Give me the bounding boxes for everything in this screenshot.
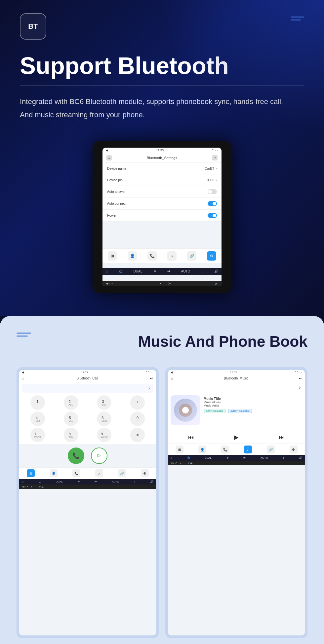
- left-screen: ◀ 17:53 ⌃⌃ ▭ ⌂ Bluetooth_Call ↩ ✕ 1—: [17, 367, 159, 638]
- dialpad-key-9[interactable]: 9WXYZ: [97, 428, 111, 442]
- music-artist: Music Artist: [204, 404, 302, 407]
- right-ac-bar: ◀ 0 ↗ —●—— ⟨ 0 🔈: [168, 461, 305, 465]
- right-nav-person[interactable]: 👤: [198, 446, 206, 453]
- ctrl-auto[interactable]: AUTO: [181, 269, 190, 273]
- right-nav-grid[interactable]: ⊞: [176, 446, 183, 453]
- settings-item-auto-connect[interactable]: Auto connect: [102, 198, 222, 210]
- ctrl-dual[interactable]: DUAL: [134, 269, 142, 273]
- music-note-icon[interactable]: ♪: [297, 383, 302, 391]
- two-screens-container: ◀ 17:53 ⌃⌃ ▭ ⌂ Bluetooth_Call ↩ ✕ 1—: [17, 367, 307, 638]
- redial-button[interactable]: Re: [91, 447, 107, 464]
- ctrl-arrows[interactable]: ↕: [201, 269, 203, 273]
- right-home-icon[interactable]: ⌂: [171, 376, 173, 380]
- left-ctrl-arrows[interactable]: ↕: [134, 480, 135, 483]
- right-ctrl-sync[interactable]: ⇄: [243, 456, 246, 459]
- left-nav-grid[interactable]: ⊞: [27, 469, 35, 477]
- left-ctrl-home[interactable]: ⌂: [22, 480, 23, 483]
- dialpad-key-2[interactable]: 2ABC: [64, 395, 78, 410]
- right-back-icon[interactable]: ↩: [299, 376, 302, 380]
- left-ctrl-bar: ⌂ ⏻ DUAL ❄ ⇄ AUTO ↕ 🔊: [19, 479, 156, 484]
- menu-icon[interactable]: [291, 13, 304, 20]
- nav-person-icon[interactable]: 👤: [128, 251, 137, 261]
- dashboard-frame: ◀ 17:53 ⌃ ▭ ⌂ Bluetooth_Settings ↩ Devic…: [93, 141, 231, 293]
- clear-icon[interactable]: ✕: [148, 387, 151, 390]
- left-nav-music[interactable]: ♪: [95, 469, 103, 477]
- auto-connect-toggle[interactable]: [208, 201, 217, 206]
- hero-title: Support Bluetooth: [20, 53, 304, 79]
- nav-link-icon[interactable]: 🔗: [187, 251, 196, 261]
- left-screen-inner: ◀ 17:53 ⌃⌃ ▭ ⌂ Bluetooth_Call ↩ ✕ 1—: [19, 370, 156, 635]
- right-ctrl-power[interactable]: ⏻: [187, 456, 190, 459]
- ctrl-power[interactable]: ⏻: [119, 269, 122, 273]
- nav-phone-icon[interactable]: 📞: [147, 251, 157, 261]
- dialpad-key-6[interactable]: 6MNO: [97, 411, 111, 426]
- hero-section: BT Support Bluetooth Integrated with BC6…: [0, 0, 324, 316]
- right-ctrl-auto[interactable]: AUTO: [261, 456, 268, 459]
- dialpad-key-hash[interactable]: #: [130, 428, 145, 442]
- next-button[interactable]: ⏭: [279, 434, 285, 441]
- screen-ac-bar: ◀ 0 ↗ —●—— ⟨ 0 🔈: [102, 281, 222, 286]
- car-mockup: ◀ 17:53 ⌃ ▭ ⌂ Bluetooth_Settings ↩ Devic…: [20, 138, 304, 296]
- left-ctrl-sync[interactable]: ⇄: [95, 480, 97, 483]
- ctrl-fan[interactable]: ❄: [153, 269, 156, 273]
- left-ctrl-vol[interactable]: 🔊: [150, 480, 153, 483]
- dialpad-key-3[interactable]: 3DEF: [97, 395, 111, 410]
- settings-item-auto-answer[interactable]: Auto answer: [102, 186, 222, 198]
- dialpad-key-1[interactable]: 1—: [30, 395, 45, 410]
- right-nav-phone[interactable]: 📞: [221, 446, 229, 453]
- left-status-icons: ⌃⌃ ▭: [145, 371, 153, 374]
- right-ctrl-home[interactable]: ⌂: [171, 456, 172, 459]
- left-ctrl-auto[interactable]: AUTO: [112, 480, 119, 483]
- auto-answer-toggle[interactable]: [208, 189, 217, 194]
- left-ac-l: ◀ 0 ↗ —●—— ⟨ 0 🔈: [22, 485, 44, 488]
- right-nav-link[interactable]: 🔗: [267, 446, 275, 453]
- left-back-icon[interactable]: ↩: [150, 376, 153, 380]
- left-ctrl-power[interactable]: ⏻: [38, 480, 41, 483]
- dialpad-key-4[interactable]: 4GHI: [30, 411, 45, 426]
- right-ctrl-vol[interactable]: 🔊: [299, 456, 302, 459]
- ac-temp: —●—— ⟨ 0: [157, 282, 171, 285]
- screen-bottom-nav: ⊞ 👤 📞 ♪ 🔗 ⚙: [102, 248, 222, 263]
- left-nav-settings[interactable]: ⚙: [141, 469, 149, 477]
- right-ctrl-arrows[interactable]: ↕: [283, 456, 284, 459]
- hero-divider: [20, 86, 304, 86]
- ctrl-vol[interactable]: 🔊: [214, 269, 218, 273]
- left-nav-phone[interactable]: 📞: [72, 469, 80, 477]
- right-nav-music[interactable]: ♪: [244, 446, 252, 453]
- album-art: [171, 395, 200, 425]
- play-button[interactable]: ▶: [234, 434, 239, 441]
- power-toggle[interactable]: [208, 213, 217, 218]
- home-icon[interactable]: ⌂: [106, 155, 112, 161]
- settings-item-device-pin[interactable]: Device pin 0000 ›: [102, 174, 222, 186]
- dialpad-key-0[interactable]: 0+: [130, 411, 145, 426]
- ctrl-home[interactable]: ⌂: [106, 269, 108, 273]
- dialpad-key-8[interactable]: 8TUV: [64, 428, 78, 442]
- dialpad-input[interactable]: ✕: [22, 384, 153, 393]
- left-ctrl-fan[interactable]: ❄: [78, 480, 80, 483]
- left-home-icon[interactable]: ⌂: [22, 376, 24, 380]
- right-ctrl-fan[interactable]: ❄: [226, 456, 229, 459]
- right-screen: ◀ 17:53 ⌃⌃ ▭ ⌂ Bluetooth_Music ↩ ♪: [165, 367, 307, 638]
- call-button[interactable]: 📞: [68, 447, 84, 464]
- left-nav-link[interactable]: 🔗: [118, 469, 126, 477]
- bottom-section: Music And Phone Book ◀ 17:53 ⌃⌃ ▭ ⌂ Blue…: [0, 316, 324, 644]
- settings-item-power[interactable]: Power: [102, 210, 222, 222]
- right-ctrl-dual[interactable]: DUAL: [204, 456, 211, 459]
- dialpad-key-5[interactable]: 5JKL: [64, 411, 78, 426]
- prev-button[interactable]: ⏮: [188, 434, 194, 441]
- dialpad-key-star[interactable]: *: [130, 395, 145, 410]
- nav-grid-icon[interactable]: ⊞: [108, 251, 117, 261]
- back-icon[interactable]: ↩: [212, 155, 218, 161]
- ctrl-sync[interactable]: ⇄: [167, 269, 170, 273]
- right-statusbar: ◀ 17:53 ⌃⌃ ▭: [168, 370, 305, 375]
- left-nav-person[interactable]: 👤: [50, 469, 58, 477]
- bottom-menu-icon[interactable]: [17, 333, 31, 337]
- settings-item-device-name[interactable]: Device name CarBT ›: [102, 163, 222, 174]
- left-ctrl-dual[interactable]: DUAL: [56, 480, 62, 483]
- dialpad-key-7[interactable]: 7PQRS: [30, 428, 45, 442]
- nav-settings-icon[interactable]: ⚙: [207, 251, 216, 261]
- right-nav-settings[interactable]: ⚙: [290, 446, 298, 453]
- dialpad-grid: 1— 2ABC 3DEF * 4GHI 5JKL 6MNO 0+ 7PQRS 8…: [22, 395, 153, 442]
- settings-label: Power: [107, 214, 116, 217]
- nav-music-icon[interactable]: ♪: [167, 251, 177, 261]
